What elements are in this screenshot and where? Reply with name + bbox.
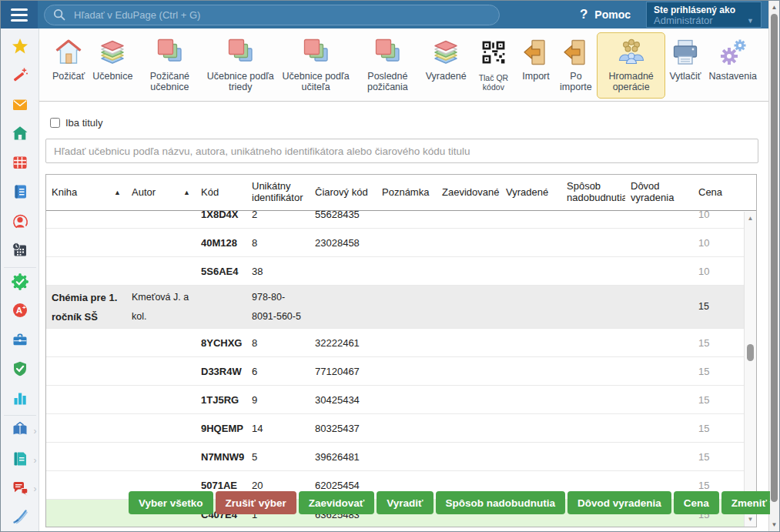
table-row[interactable]: D33R4W67712046715: [46, 357, 744, 386]
qr-code-icon: [480, 36, 507, 69]
cell-zaevidovane: [437, 455, 500, 458]
sort-ascending-icon[interactable]: ▲: [114, 189, 123, 196]
cell-poznamka: [377, 269, 437, 273]
sidebar-item-calendar-clock[interactable]: [1, 237, 39, 266]
sidebar-item-chat-bubbles[interactable]: ›: [1, 474, 39, 504]
sort-ascending-icon[interactable]: ▲: [183, 189, 192, 196]
cena-button[interactable]: Cena: [674, 491, 719, 514]
column-header-autor[interactable]: Autor▲: [126, 187, 196, 199]
chevron-down-icon: ▼: [747, 15, 754, 26]
column-header-k-d[interactable]: Kód: [196, 187, 246, 199]
global-search[interactable]: [44, 5, 500, 25]
toolbar-item-label: Vyradené: [426, 71, 467, 82]
help-question-icon: ?: [580, 7, 588, 22]
toolbar-item-u-ebnice-pod-a-u-ite-a[interactable]: Učebnice podľa učiteľa: [278, 32, 353, 99]
column-header-label: Spôsob nadobudnutia: [567, 181, 625, 204]
toolbar-item-vytla-i[interactable]: Vytlačiť: [665, 32, 705, 87]
toolbar-item-tla-qr-k-dov[interactable]: Tlač QR kódov: [470, 32, 517, 97]
table-row[interactable]: 1X8D4X25562843510: [46, 211, 744, 229]
cell-cena: 15: [693, 296, 744, 318]
sidebar-item-house[interactable]: [1, 120, 39, 149]
svg-text:A: A: [15, 306, 22, 316]
sidebar-item-star[interactable]: [1, 33, 39, 62]
toolbar-item-hromadn-oper-cie[interactable]: Hromadné operácie: [597, 32, 666, 99]
sp-sob-nadobudnutia-button[interactable]: Spôsob nadobudnutia: [436, 491, 565, 514]
table-row[interactable]: 1TJ5RG93042543415: [46, 386, 744, 414]
scroll-up-icon[interactable]: ▲: [745, 213, 756, 224]
cell-cena: 10: [693, 211, 744, 222]
sidebar-item-envelope[interactable]: [1, 92, 39, 121]
page-scrollbar[interactable]: ▲ ▼: [768, 1, 779, 531]
global-search-input[interactable]: [72, 8, 491, 22]
only-titles-checkbox[interactable]: [50, 118, 60, 128]
toolbar-item-label: Po importe: [559, 71, 593, 93]
sidebar-item-open-book[interactable]: ›: [1, 417, 39, 446]
zru-i-v-ber-button[interactable]: Zrušiť výber: [216, 491, 296, 514]
column-header-vyraden[interactable]: Vyradené: [500, 187, 561, 199]
toolbar-item-po-importe[interactable]: Po importe: [555, 32, 597, 99]
cell-cena: 10: [693, 264, 744, 279]
toolbar-item-vyraden[interactable]: Vyradené: [422, 32, 470, 87]
textbooks-table: Kniha▲Autor▲KódUnikátny identifikátorČia…: [45, 174, 757, 527]
sidebar-item-document[interactable]: ›: [1, 446, 39, 475]
zaevidova-button[interactable]: Zaevidovať: [299, 491, 375, 514]
table-row[interactable]: 40M12882302845810: [46, 229, 744, 257]
cell-vyradene: [500, 241, 561, 244]
table-row[interactable]: N7MNW953962648115: [46, 443, 744, 471]
table-row[interactable]: 8YCHXG83222246115: [46, 329, 744, 357]
scroll-up-icon[interactable]: ▲: [769, 2, 779, 13]
column-header-zaevidovan[interactable]: Zaevidované: [437, 187, 500, 199]
vyber-v-etko-button[interactable]: Vyber všetko: [129, 491, 213, 514]
person-icon: [12, 212, 28, 233]
sidebar-item-pen[interactable]: [1, 504, 39, 532]
column-header-sp-sob-nadobudnutia[interactable]: Spôsob nadobudnutia: [561, 181, 625, 204]
sidebar-item-timetable-grid[interactable]: [1, 149, 39, 179]
toolbar-item-label: Import: [522, 71, 549, 82]
column-header-iarov-k-d[interactable]: Čiarový kód: [310, 187, 377, 199]
column-header-d-vod-vyradenia[interactable]: Dôvod vyradenia: [625, 181, 693, 204]
house-icon: [12, 125, 28, 145]
sidebar-item-notebook[interactable]: [1, 179, 39, 208]
people-group-icon: [616, 36, 647, 69]
table-group-row[interactable]: Chémia pre 1. ročník SŠKmeťová J. a kol.…: [46, 286, 744, 329]
cell-vyradene: [500, 427, 561, 430]
hamburger-menu-icon[interactable]: [1, 1, 38, 28]
d-vod-vyradenia-button[interactable]: Dôvod vyradenia: [567, 491, 671, 514]
toolbar-item-posledn-po-i-ania[interactable]: Posledné požičania: [353, 32, 422, 99]
sidebar-item-magic-wand[interactable]: [1, 62, 39, 92]
scroll-down-icon[interactable]: ▼: [769, 519, 779, 530]
textbook-search-input[interactable]: [45, 139, 758, 163]
table-row[interactable]: 9HQEMP148032543715: [46, 414, 744, 443]
toolbar-item-po-i-an-u-ebnice[interactable]: Požičané učebnice: [136, 32, 203, 99]
sidebar-item-bar-chart[interactable]: [1, 385, 39, 414]
table-scrollbar[interactable]: ▲ ▼: [744, 212, 756, 527]
toolbar-item-po-i-a[interactable]: Požičať: [49, 32, 89, 87]
cell-ciarovy_kod: 30425434: [310, 393, 377, 407]
sidebar-item-shield-check[interactable]: [1, 356, 39, 385]
sidebar-item-person[interactable]: [1, 208, 39, 237]
table-row[interactable]: 5S6AE43810: [46, 257, 744, 286]
cell-cena: 10: [693, 236, 744, 250]
table-scrollbar-thumb[interactable]: [747, 344, 754, 361]
notebook-icon: [12, 183, 28, 203]
toolbar-item-u-ebnice-pod-a-triedy[interactable]: Učebnice podľa triedy: [203, 32, 278, 99]
column-header-pozn-mka[interactable]: Poznámka: [377, 187, 437, 199]
toolbar-item-u-ebnice[interactable]: Učebnice: [89, 32, 136, 87]
scroll-down-icon[interactable]: ▼: [745, 514, 756, 525]
cell-unikatny_identifikator: 2: [246, 211, 310, 222]
sidebar-item-briefcase[interactable]: [1, 326, 39, 356]
column-header-kniha[interactable]: Kniha▲: [46, 187, 126, 199]
sidebar-item-grade-a-plus[interactable]: A+: [1, 297, 39, 326]
sidebar-item-seal-check[interactable]: [1, 269, 39, 298]
toolbar-item-nastavenia[interactable]: Nastavenia: [705, 32, 761, 87]
signed-in-dropdown[interactable]: Ste prihlásený ako Administrátor ▼: [646, 2, 762, 28]
help-button[interactable]: ? Pomoc: [580, 7, 631, 22]
zmeni-titul-button[interactable]: Zmeniť titul: [721, 491, 770, 514]
column-header-cena[interactable]: Cena: [693, 187, 756, 199]
cell-sposob_nadobudnutia: [561, 341, 625, 344]
toolbar-item-label: Nastavenia: [708, 71, 757, 82]
toolbar-item-import[interactable]: Import: [517, 32, 555, 87]
vyradi-button[interactable]: Vyradiť: [377, 491, 433, 514]
page-scrollbar-thumb[interactable]: [771, 14, 778, 502]
column-header-unik-tny-identifik-tor[interactable]: Unikátny identifikátor: [246, 181, 310, 204]
